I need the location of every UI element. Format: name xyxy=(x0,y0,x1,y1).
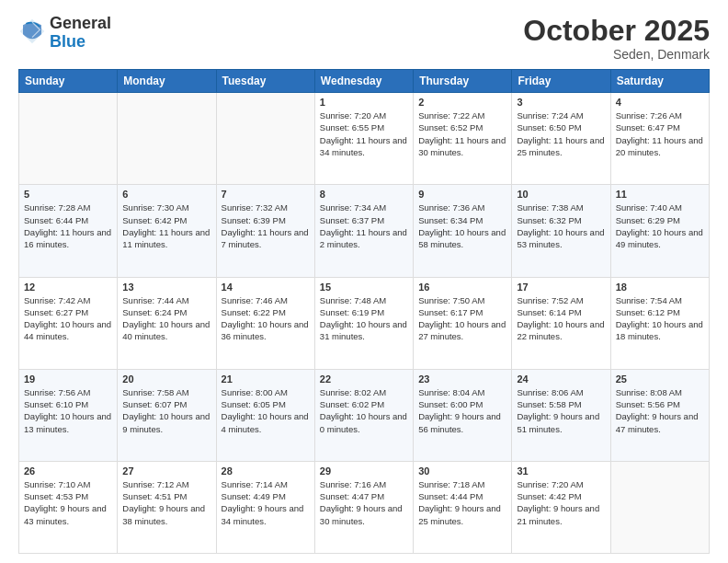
calendar-week-row: 26Sunrise: 7:10 AM Sunset: 4:53 PM Dayli… xyxy=(19,461,710,553)
day-number: 21 xyxy=(222,373,310,385)
table-row: 27Sunrise: 7:12 AM Sunset: 4:51 PM Dayli… xyxy=(118,461,216,553)
day-info: Sunrise: 7:58 AM Sunset: 6:07 PM Dayligh… xyxy=(122,386,210,435)
day-info: Sunrise: 7:34 AM Sunset: 6:37 PM Dayligh… xyxy=(320,201,408,250)
table-row: 1Sunrise: 7:20 AM Sunset: 6:55 PM Daylig… xyxy=(314,93,413,185)
table-row: 31Sunrise: 7:20 AM Sunset: 4:42 PM Dayli… xyxy=(512,461,610,553)
table-row: 10Sunrise: 7:38 AM Sunset: 6:32 PM Dayli… xyxy=(512,185,610,277)
day-info: Sunrise: 7:22 AM Sunset: 6:52 PM Dayligh… xyxy=(418,109,506,158)
table-row: 15Sunrise: 7:48 AM Sunset: 6:19 PM Dayli… xyxy=(314,277,413,369)
day-number: 23 xyxy=(418,373,506,385)
day-info: Sunrise: 7:16 AM Sunset: 4:47 PM Dayligh… xyxy=(320,478,408,527)
day-info: Sunrise: 7:32 AM Sunset: 6:39 PM Dayligh… xyxy=(222,201,310,250)
col-saturday: Saturday xyxy=(610,70,709,93)
day-info: Sunrise: 7:56 AM Sunset: 6:10 PM Dayligh… xyxy=(24,386,112,435)
day-number: 1 xyxy=(320,97,408,108)
table-row: 7Sunrise: 7:32 AM Sunset: 6:39 PM Daylig… xyxy=(216,185,314,277)
table-row: 4Sunrise: 7:26 AM Sunset: 6:47 PM Daylig… xyxy=(610,93,709,185)
calendar-week-row: 12Sunrise: 7:42 AM Sunset: 6:27 PM Dayli… xyxy=(19,277,710,369)
table-row: 16Sunrise: 7:50 AM Sunset: 6:17 PM Dayli… xyxy=(414,277,512,369)
day-number: 5 xyxy=(24,189,112,200)
day-number: 12 xyxy=(24,282,112,293)
table-row: 20Sunrise: 7:58 AM Sunset: 6:07 PM Dayli… xyxy=(118,369,216,461)
day-number: 26 xyxy=(24,465,112,477)
day-number: 10 xyxy=(517,189,605,200)
day-info: Sunrise: 8:08 AM Sunset: 5:56 PM Dayligh… xyxy=(616,386,704,435)
header: General Blue October 2025 Seden, Denmark xyxy=(18,15,710,62)
day-info: Sunrise: 7:40 AM Sunset: 6:29 PM Dayligh… xyxy=(616,201,704,250)
day-number: 7 xyxy=(222,189,310,200)
day-info: Sunrise: 7:20 AM Sunset: 6:55 PM Dayligh… xyxy=(320,109,408,158)
table-row: 8Sunrise: 7:34 AM Sunset: 6:37 PM Daylig… xyxy=(314,185,413,277)
day-info: Sunrise: 7:52 AM Sunset: 6:14 PM Dayligh… xyxy=(517,294,605,343)
logo-general-text: General xyxy=(50,15,111,33)
day-info: Sunrise: 7:48 AM Sunset: 6:19 PM Dayligh… xyxy=(320,294,408,343)
day-number: 19 xyxy=(24,373,112,385)
calendar-header-row: Sunday Monday Tuesday Wednesday Thursday… xyxy=(19,70,710,93)
day-info: Sunrise: 7:24 AM Sunset: 6:50 PM Dayligh… xyxy=(517,109,605,158)
title-block: October 2025 Seden, Denmark xyxy=(523,15,710,62)
table-row: 3Sunrise: 7:24 AM Sunset: 6:50 PM Daylig… xyxy=(512,93,610,185)
day-info: Sunrise: 7:10 AM Sunset: 4:53 PM Dayligh… xyxy=(24,478,112,527)
table-row: 23Sunrise: 8:04 AM Sunset: 6:00 PM Dayli… xyxy=(414,369,512,461)
table-row xyxy=(19,93,118,185)
day-number: 30 xyxy=(418,465,506,477)
day-number: 15 xyxy=(320,282,408,293)
location: Seden, Denmark xyxy=(523,47,710,62)
day-number: 3 xyxy=(517,97,605,108)
day-number: 14 xyxy=(222,282,310,293)
day-info: Sunrise: 7:36 AM Sunset: 6:34 PM Dayligh… xyxy=(418,201,506,250)
table-row: 19Sunrise: 7:56 AM Sunset: 6:10 PM Dayli… xyxy=(19,369,118,461)
logo: General Blue xyxy=(18,15,111,52)
table-row: 5Sunrise: 7:28 AM Sunset: 6:44 PM Daylig… xyxy=(19,185,118,277)
day-number: 11 xyxy=(616,189,704,200)
day-info: Sunrise: 7:42 AM Sunset: 6:27 PM Dayligh… xyxy=(24,294,112,343)
calendar-week-row: 19Sunrise: 7:56 AM Sunset: 6:10 PM Dayli… xyxy=(19,369,710,461)
table-row: 6Sunrise: 7:30 AM Sunset: 6:42 PM Daylig… xyxy=(118,185,216,277)
table-row xyxy=(610,461,709,553)
day-number: 16 xyxy=(418,282,506,293)
table-row: 29Sunrise: 7:16 AM Sunset: 4:47 PM Dayli… xyxy=(314,461,413,553)
table-row: 13Sunrise: 7:44 AM Sunset: 6:24 PM Dayli… xyxy=(118,277,216,369)
day-info: Sunrise: 7:20 AM Sunset: 4:42 PM Dayligh… xyxy=(517,478,605,527)
day-info: Sunrise: 7:46 AM Sunset: 6:22 PM Dayligh… xyxy=(222,294,310,343)
logo-text: General Blue xyxy=(50,15,111,52)
table-row xyxy=(216,93,314,185)
day-number: 31 xyxy=(517,465,605,477)
day-info: Sunrise: 7:12 AM Sunset: 4:51 PM Dayligh… xyxy=(122,478,210,527)
table-row: 22Sunrise: 8:02 AM Sunset: 6:02 PM Dayli… xyxy=(314,369,413,461)
table-row: 2Sunrise: 7:22 AM Sunset: 6:52 PM Daylig… xyxy=(414,93,512,185)
day-info: Sunrise: 8:02 AM Sunset: 6:02 PM Dayligh… xyxy=(320,386,408,435)
day-number: 24 xyxy=(517,373,605,385)
logo-icon xyxy=(18,17,46,45)
day-info: Sunrise: 8:04 AM Sunset: 6:00 PM Dayligh… xyxy=(418,386,506,435)
table-row: 9Sunrise: 7:36 AM Sunset: 6:34 PM Daylig… xyxy=(414,185,512,277)
day-info: Sunrise: 7:50 AM Sunset: 6:17 PM Dayligh… xyxy=(418,294,506,343)
calendar-week-row: 1Sunrise: 7:20 AM Sunset: 6:55 PM Daylig… xyxy=(19,93,710,185)
table-row: 21Sunrise: 8:00 AM Sunset: 6:05 PM Dayli… xyxy=(216,369,314,461)
day-number: 4 xyxy=(616,97,704,108)
page: General Blue October 2025 Seden, Denmark… xyxy=(0,0,728,563)
day-info: Sunrise: 7:44 AM Sunset: 6:24 PM Dayligh… xyxy=(122,294,210,343)
table-row: 28Sunrise: 7:14 AM Sunset: 4:49 PM Dayli… xyxy=(216,461,314,553)
calendar-table: Sunday Monday Tuesday Wednesday Thursday… xyxy=(18,69,710,554)
day-number: 28 xyxy=(222,465,310,477)
table-row: 14Sunrise: 7:46 AM Sunset: 6:22 PM Dayli… xyxy=(216,277,314,369)
day-number: 9 xyxy=(418,189,506,200)
table-row xyxy=(118,93,216,185)
day-number: 13 xyxy=(122,282,210,293)
month-title: October 2025 xyxy=(523,15,710,47)
day-info: Sunrise: 7:30 AM Sunset: 6:42 PM Dayligh… xyxy=(122,201,210,250)
day-number: 8 xyxy=(320,189,408,200)
day-info: Sunrise: 7:26 AM Sunset: 6:47 PM Dayligh… xyxy=(616,109,704,158)
col-wednesday: Wednesday xyxy=(314,70,413,93)
day-info: Sunrise: 7:14 AM Sunset: 4:49 PM Dayligh… xyxy=(222,478,310,527)
col-sunday: Sunday xyxy=(19,70,118,93)
day-number: 6 xyxy=(122,189,210,200)
day-number: 22 xyxy=(320,373,408,385)
day-number: 2 xyxy=(418,97,506,108)
day-number: 18 xyxy=(616,282,704,293)
table-row: 30Sunrise: 7:18 AM Sunset: 4:44 PM Dayli… xyxy=(414,461,512,553)
day-info: Sunrise: 7:28 AM Sunset: 6:44 PM Dayligh… xyxy=(24,201,112,250)
day-info: Sunrise: 8:00 AM Sunset: 6:05 PM Dayligh… xyxy=(222,386,310,435)
table-row: 12Sunrise: 7:42 AM Sunset: 6:27 PM Dayli… xyxy=(19,277,118,369)
